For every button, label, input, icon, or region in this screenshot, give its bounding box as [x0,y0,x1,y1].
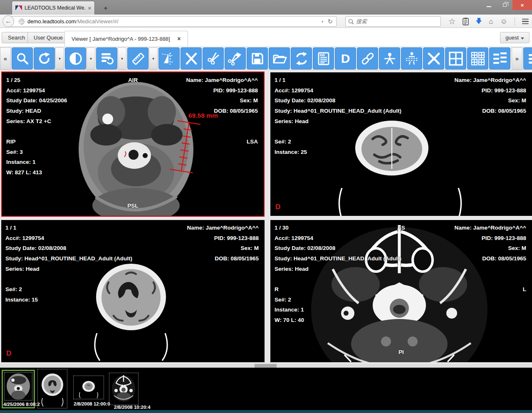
instance: Instance: 15 [5,295,38,305]
cut-merge-button[interactable] [225,47,246,69]
viewport-top-left[interactable]: 69.58 mm 1 / 25 Acc#: 1299754 Study Date… [1,72,265,217]
zoom-tool-button[interactable] [12,47,33,69]
browser-tab-title: LEADTOOLS Medical We... [25,5,85,11]
search-icon [348,19,354,25]
patient-sex: Sex: M [454,96,526,106]
expand-right-button[interactable]: » [512,47,522,69]
app-tab-bar: Search User Queue Viewer [ Jame^Rodrigo^… [0,28,532,47]
series-layout-button[interactable] [489,47,510,69]
study: Study: Head^01_ROUTINE_HEAD_Adult (Adult… [275,254,401,264]
viewport-bottom-right[interactable]: 1 / 30 Acc#: 1299754 Study Date: 02/08/2… [270,220,532,362]
user-menu-button[interactable]: guest [500,32,530,43]
orientation-top: AIR [2,75,264,86]
overlay-top-right: Name: Jame^Rodrigo^A^^ PID: 999-123-888 … [454,75,526,116]
thumbnail-series-4[interactable]: 2/8/2008 10:20:4 [109,373,139,406]
patient-orientation-button[interactable] [379,47,400,69]
study-date: Study Date: 02/08/2008 [275,243,401,254]
thumbnail-series-2[interactable] [37,369,68,409]
user-menu-label: guest [505,35,519,41]
series: Series: Head [275,264,401,275]
thumbnail-caption: 4/25/2006 8:08:2 [3,402,40,407]
patient-id: PID: 999-123-888 [187,233,259,244]
viewport-bottom-left[interactable]: 1 / 1 Acc#: 1299754 Study Date: 02/08/20… [1,220,265,362]
thumbnail-caption: 2/8/2008 12:00:0 [74,401,110,406]
tab-search[interactable]: Search [2,32,31,43]
chain-link-icon [360,51,375,66]
thumb-ct-skullbase-image [109,373,139,405]
search-box[interactable] [345,16,441,27]
rotate-tool-button[interactable] [34,47,55,69]
stacked-bars-icon [492,52,507,65]
window-controls: × [481,0,532,10]
contrast-icon [69,52,83,66]
scissors-icon [206,52,220,66]
annotation-dropdown[interactable]: ▾ [118,47,126,69]
tab-viewer[interactable]: Viewer [ Jame^Rodrigo^A - 999-123-888] × [64,31,188,47]
patient-dob: DOB: 08/05/1965 [187,254,259,264]
save-button[interactable] [247,47,268,69]
patient-id: PID: 999-123-888 [454,86,526,96]
browser-tab[interactable]: LEADTOOLS Medical We... × [12,1,95,15]
window-level-button[interactable] [65,47,86,69]
minimize-button[interactable] [481,0,497,10]
delete-annotation-button[interactable] [181,47,202,69]
layout-2x2-button[interactable] [445,47,466,69]
bookmarks-panel-icon[interactable] [463,17,469,25]
series: Series: Head [5,264,132,275]
viewport-top-right[interactable]: 1 / 1 Acc#: 1299754 Study Date: 02/08/20… [270,72,532,216]
sync-icon [294,52,309,66]
orientation-bottom: PSL [2,201,264,211]
study-date: Study Date: 02/08/2008 [275,96,401,106]
collapse-left-button[interactable]: « [0,47,11,69]
thumbnail-series-1[interactable]: 4/25/2006 8:08:2 [2,370,35,408]
menu-hamburger-icon[interactable] [522,19,529,25]
study-date: Study Date: 02/08/2008 [5,243,132,254]
big-x-icon [427,52,441,65]
rotate-dropdown[interactable]: ▾ [55,47,64,69]
tab-user-queue[interactable]: User Queue [27,32,69,43]
open-button[interactable] [269,47,290,69]
flip-shape-button[interactable] [158,47,180,69]
cut-tool-button[interactable] [203,47,224,69]
horizontal-scrollbar[interactable] [0,364,532,368]
bookmark-star-icon[interactable]: ☆ [448,16,455,27]
scrollbar-thumb[interactable] [255,364,277,368]
curved-x-icon [185,52,198,65]
report-button[interactable] [313,47,334,69]
patient-sex: Sex: M [187,243,259,254]
cut-lines-button[interactable] [401,47,422,69]
caret-down-icon [521,37,524,40]
link-series-button[interactable] [357,47,378,69]
viewer-tab-close-icon[interactable]: × [177,35,181,42]
chat-icon[interactable]: ☺ [500,16,507,27]
downloads-icon[interactable] [476,20,482,24]
refresh-button[interactable] [291,47,312,69]
browser-titlebar: LEADTOOLS Medical We... × + × [0,0,532,15]
thumbnail-series-3[interactable]: 2/8/2008 12:00:0 [73,376,104,401]
tab-close-icon[interactable]: × [88,5,91,11]
instance: Instance: 1 [275,305,304,315]
search-input[interactable] [356,18,427,25]
notes-undo-icon [100,52,114,66]
window-level-dropdown[interactable]: ▾ [87,47,95,69]
overlay-top-left: 1 / 1 Acc#: 1299754 Study Date: 02/08/20… [5,223,132,275]
restore-button[interactable] [497,0,512,10]
annotation-options-button[interactable] [96,47,117,69]
ruler-dropdown[interactable]: ▾ [149,47,158,69]
layout-grid-button[interactable] [467,47,488,69]
url-dropdown-icon[interactable]: ▾ [322,20,324,24]
delete-button[interactable] [423,47,444,69]
patient-id: PID: 999-123-888 [186,86,258,96]
overlay-mid-left: R Se#: 2 Instance: 1 W: 70 L: 40 [275,284,304,326]
series-number: Se#: 3 [6,147,42,158]
ruler-tool-button[interactable] [127,47,148,69]
new-tab-button[interactable]: + [99,3,112,13]
overflow-cut-button[interactable] [523,47,532,69]
window-close-button[interactable]: × [512,0,532,10]
dicom-overlay-button[interactable]: D [335,47,356,69]
home-icon[interactable]: ⌂ [489,16,493,27]
viewer-toolbar: « ▾ ▾ ▾ [0,47,532,70]
url-bar[interactable]: demo.leadtools.com/MedicalViewer/#/ ▾ ↻ [9,16,337,27]
reload-icon[interactable]: ↻ [327,18,333,25]
back-button[interactable]: ← [2,15,14,27]
